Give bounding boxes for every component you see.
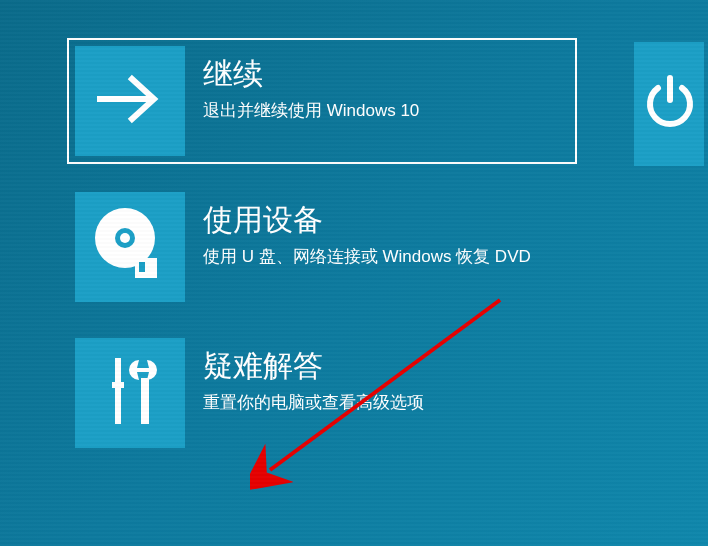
svg-point-3 <box>120 233 130 243</box>
option-troubleshoot-subtitle: 重置你的电脑或查看高级选项 <box>203 391 424 415</box>
svg-rect-6 <box>115 358 121 382</box>
option-continue-tile <box>75 46 185 156</box>
option-use-device-title: 使用设备 <box>203 200 531 239</box>
arrow-right-icon <box>90 59 170 143</box>
option-continue[interactable]: 继续 退出并继续使用 Windows 10 <box>67 38 577 164</box>
option-continue-title: 继续 <box>203 54 419 93</box>
option-use-device-text: 使用设备 使用 U 盘、网络连接或 Windows 恢复 DVD <box>203 192 531 269</box>
option-troubleshoot-text: 疑难解答 重置你的电脑或查看高级选项 <box>203 338 424 415</box>
option-use-device-tile <box>75 192 185 302</box>
option-continue-text: 继续 退出并继续使用 Windows 10 <box>203 46 419 123</box>
option-troubleshoot-title: 疑难解答 <box>203 346 424 385</box>
svg-rect-8 <box>115 388 121 424</box>
svg-rect-9 <box>141 378 149 424</box>
disc-icon <box>85 200 175 294</box>
option-continue-subtitle: 退出并继续使用 Windows 10 <box>203 99 419 123</box>
svg-rect-7 <box>112 382 124 388</box>
svg-rect-4 <box>135 258 157 278</box>
option-troubleshoot[interactable]: 疑难解答 重置你的电脑或查看高级选项 <box>75 338 708 448</box>
option-use-device-subtitle: 使用 U 盘、网络连接或 Windows 恢复 DVD <box>203 245 531 269</box>
power-button[interactable] <box>634 42 704 166</box>
option-use-device[interactable]: 使用设备 使用 U 盘、网络连接或 Windows 恢复 DVD <box>75 192 708 302</box>
option-troubleshoot-tile <box>75 338 185 448</box>
tools-icon <box>85 346 175 440</box>
svg-rect-5 <box>139 262 145 272</box>
power-icon <box>638 70 702 138</box>
